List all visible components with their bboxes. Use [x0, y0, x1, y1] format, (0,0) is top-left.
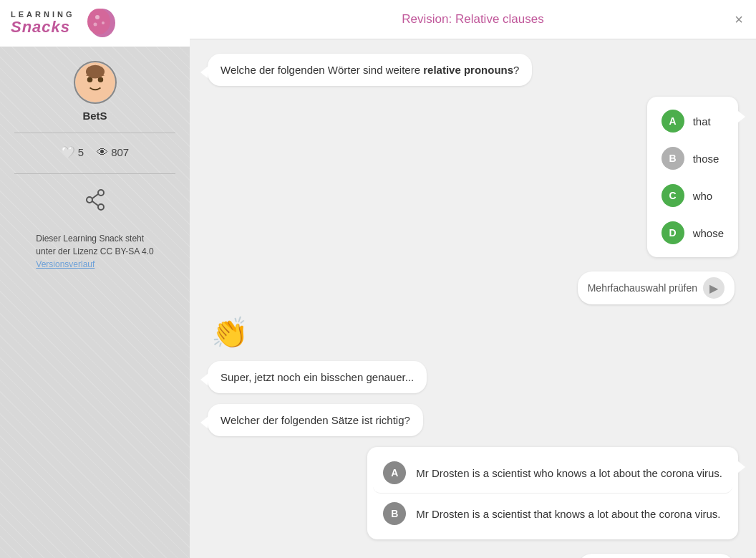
question-1-end: ? [513, 64, 519, 76]
stats-row: 🤍 5 👁 807 [61, 145, 129, 159]
svg-point-11 [98, 204, 104, 210]
option-c-text: who [693, 190, 713, 202]
username: BetS [82, 110, 107, 122]
check-label-1: Mehrfachauswahl prüfen [588, 282, 697, 294]
answer-card-2: A Mr Drosten is a scientist who knows a … [367, 447, 738, 539]
option-d[interactable]: D whose [653, 214, 732, 251]
question-2-text: Welcher der folgenden Sätze ist richtig? [220, 414, 410, 426]
logo-icon [77, 7, 117, 39]
question-1-bubble: Welche der folgenden Wörter sind weitere… [208, 54, 532, 86]
followup-bubble-1: Super, jetzt noch ein bisschen genauer..… [208, 361, 427, 393]
svg-line-12 [92, 194, 98, 198]
main-content: Revision: Relative clauses × Welche der … [190, 0, 756, 558]
option-2b-text: Mr Drosten is a scientist that knows a l… [416, 508, 720, 520]
sidebar-description: Dieser Learning Snack steht unter der Li… [21, 232, 168, 271]
check-button-1[interactable]: Mehrfachauswahl prüfen ▶ [578, 271, 735, 304]
badge-2a: A [383, 461, 406, 484]
eye-icon: 👁 [97, 146, 108, 159]
divider-1 [14, 133, 175, 133]
svg-point-1 [87, 9, 110, 34]
check-row-1: Mehrfachauswahl prüfen ▶ [208, 271, 735, 304]
divider-2 [14, 173, 175, 174]
option-2a-text: Mr Drosten is a scientist who knows a lo… [416, 467, 722, 479]
logo-area: LEARNING Snacks [0, 0, 190, 47]
share-icon[interactable] [84, 188, 107, 211]
clap-emoji: 👏 [211, 315, 248, 350]
option-b[interactable]: B those [653, 140, 732, 177]
option-a-text: that [693, 115, 711, 128]
likes-stat: 🤍 5 [61, 145, 84, 159]
heart-icon: 🤍 [61, 145, 75, 159]
chat-area: Welche der folgenden Wörter sind weitere… [190, 39, 756, 558]
version-link[interactable]: Versionsverlauf [36, 259, 94, 269]
badge-b: B [662, 147, 684, 170]
option-b-text: those [693, 153, 719, 165]
question-1-bold: relative pronouns [423, 64, 513, 76]
views-stat: 👁 807 [97, 146, 129, 159]
option-2a[interactable]: A Mr Drosten is a scientist who knows a … [373, 453, 732, 494]
option-d-text: whose [693, 227, 724, 239]
answer-card-1: A that B those C who D whose [647, 97, 738, 257]
check-button-2[interactable]: Mehrfachauswahl prüfen ▶ [578, 554, 735, 558]
header-title: Revision: Relative clauses [402, 12, 543, 27]
header: Revision: Relative clauses × [190, 0, 756, 39]
question-2-bubble: Welcher der folgenden Sätze ist richtig? [208, 404, 423, 436]
badge-c: C [662, 184, 684, 207]
avatar-area: BetS [74, 47, 117, 129]
option-2b[interactable]: B Mr Drosten is a scientist that knows a… [373, 494, 732, 534]
views-count: 807 [111, 146, 129, 158]
check-icon-1: ▶ [703, 277, 724, 299]
svg-point-8 [85, 65, 104, 79]
avatar [74, 61, 117, 104]
svg-line-13 [92, 201, 98, 206]
close-button[interactable]: × [735, 11, 743, 28]
badge-d: D [662, 221, 684, 244]
option-c[interactable]: C who [653, 177, 732, 214]
option-a[interactable]: A that [653, 102, 732, 140]
svg-point-2 [95, 15, 100, 19]
sidebar: LEARNING Snacks BetS [0, 0, 190, 558]
logo-text: LEARNING Snacks [11, 10, 74, 36]
svg-point-3 [102, 21, 105, 24]
svg-point-10 [87, 197, 92, 203]
question-1-text: Welche der folgenden Wörter sind weitere [220, 64, 423, 76]
check-row-2: Mehrfachauswahl prüfen ▶ [208, 554, 735, 558]
share-icon-area[interactable] [84, 188, 107, 214]
badge-2b: B [383, 502, 406, 525]
badge-a: A [662, 110, 684, 133]
followup-text-1: Super, jetzt noch ein bisschen genauer..… [220, 371, 414, 383]
svg-point-4 [94, 23, 97, 27]
likes-count: 5 [78, 146, 84, 158]
svg-point-9 [98, 190, 104, 196]
